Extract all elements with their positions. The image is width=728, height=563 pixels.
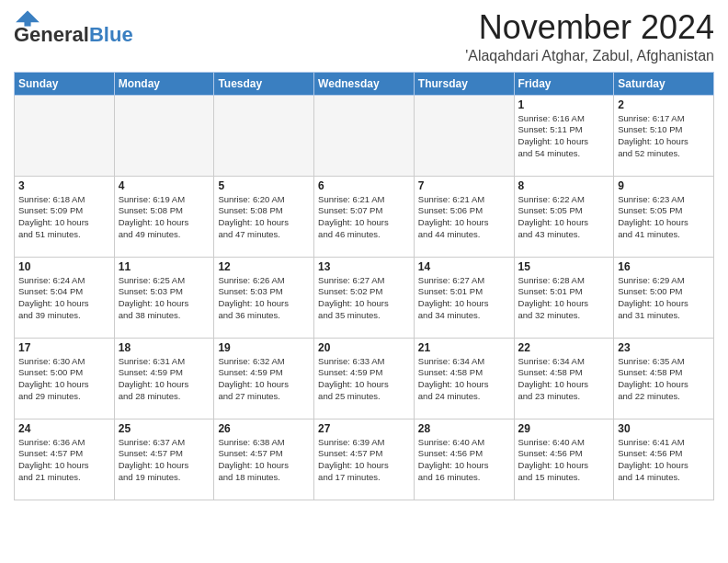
day-info: Sunrise: 6:26 AM Sunset: 5:03 PM Dayligh… [218,275,310,322]
calendar-day-cell: 6Sunrise: 6:21 AM Sunset: 5:07 PM Daylig… [314,176,415,257]
calendar-day-cell: 2Sunrise: 6:17 AM Sunset: 5:10 PM Daylig… [614,95,714,176]
day-number: 20 [318,341,410,354]
day-info: Sunrise: 6:36 AM Sunset: 4:57 PM Dayligh… [18,437,110,484]
calendar-day-cell: 19Sunrise: 6:32 AM Sunset: 4:59 PM Dayli… [214,338,314,419]
svg-marker-0 [16,10,40,22]
day-info: Sunrise: 6:25 AM Sunset: 5:03 PM Dayligh… [119,275,210,322]
calendar-day-cell: 25Sunrise: 6:37 AM Sunset: 4:57 PM Dayli… [114,419,214,500]
calendar-day-cell: 11Sunrise: 6:25 AM Sunset: 5:03 PM Dayli… [114,257,214,338]
calendar-day-cell [314,95,415,176]
day-info: Sunrise: 6:40 AM Sunset: 4:56 PM Dayligh… [418,437,510,484]
calendar-day-cell: 12Sunrise: 6:26 AM Sunset: 5:03 PM Dayli… [214,257,314,338]
day-info: Sunrise: 6:35 AM Sunset: 4:58 PM Dayligh… [618,356,710,403]
calendar-day-cell: 24Sunrise: 6:36 AM Sunset: 4:57 PM Dayli… [15,419,115,500]
calendar-day-cell: 27Sunrise: 6:39 AM Sunset: 4:57 PM Dayli… [314,419,415,500]
day-number: 27 [318,422,410,435]
day-info: Sunrise: 6:38 AM Sunset: 4:57 PM Dayligh… [218,437,310,484]
header: GeneralBlue November 2024 'Alaqahdari At… [14,9,714,64]
day-info: Sunrise: 6:31 AM Sunset: 4:59 PM Dayligh… [119,356,210,403]
calendar-header-row: SundayMondayTuesdayWednesdayThursdayFrid… [15,72,714,95]
day-info: Sunrise: 6:24 AM Sunset: 5:04 PM Dayligh… [18,275,110,322]
calendar-day-cell: 21Sunrise: 6:34 AM Sunset: 4:58 PM Dayli… [414,338,514,419]
calendar-week-row: 17Sunrise: 6:30 AM Sunset: 5:00 PM Dayli… [15,338,714,419]
day-info: Sunrise: 6:27 AM Sunset: 5:01 PM Dayligh… [418,275,510,322]
calendar-day-cell: 14Sunrise: 6:27 AM Sunset: 5:01 PM Dayli… [414,257,514,338]
calendar-day-cell: 8Sunrise: 6:22 AM Sunset: 5:05 PM Daylig… [514,176,614,257]
day-number: 19 [218,341,310,354]
day-number: 24 [18,422,110,435]
calendar-week-row: 10Sunrise: 6:24 AM Sunset: 5:04 PM Dayli… [15,257,714,338]
day-info: Sunrise: 6:33 AM Sunset: 4:59 PM Dayligh… [318,356,410,403]
calendar-day-cell: 5Sunrise: 6:20 AM Sunset: 5:08 PM Daylig… [214,176,314,257]
calendar-day-cell: 9Sunrise: 6:23 AM Sunset: 5:05 PM Daylig… [614,176,714,257]
day-number: 9 [618,179,710,192]
calendar-week-row: 3Sunrise: 6:18 AM Sunset: 5:09 PM Daylig… [15,176,714,257]
day-number: 16 [618,260,710,273]
logo: GeneralBlue [14,9,133,46]
calendar-day-cell [214,95,314,176]
day-info: Sunrise: 6:40 AM Sunset: 4:56 PM Dayligh… [518,437,610,484]
day-info: Sunrise: 6:21 AM Sunset: 5:06 PM Dayligh… [418,194,510,241]
day-info: Sunrise: 6:39 AM Sunset: 4:57 PM Dayligh… [318,437,410,484]
day-number: 14 [418,260,510,273]
day-info: Sunrise: 6:22 AM Sunset: 5:05 PM Dayligh… [518,194,610,241]
day-info: Sunrise: 6:21 AM Sunset: 5:07 PM Dayligh… [318,194,410,241]
day-info: Sunrise: 6:32 AM Sunset: 4:59 PM Dayligh… [218,356,310,403]
day-info: Sunrise: 6:20 AM Sunset: 5:08 PM Dayligh… [218,194,310,241]
logo-text: GeneralBlue [14,24,133,46]
calendar-day-header: Thursday [414,72,514,95]
calendar-day-cell [15,95,115,176]
day-number: 10 [18,260,110,273]
day-number: 8 [518,179,610,192]
day-number: 11 [119,260,210,273]
day-number: 17 [18,341,110,354]
day-number: 12 [218,260,310,273]
calendar-day-cell: 23Sunrise: 6:35 AM Sunset: 4:58 PM Dayli… [614,338,714,419]
day-number: 28 [418,422,510,435]
day-info: Sunrise: 6:34 AM Sunset: 4:58 PM Dayligh… [418,356,510,403]
calendar-day-cell: 18Sunrise: 6:31 AM Sunset: 4:59 PM Dayli… [114,338,214,419]
day-info: Sunrise: 6:23 AM Sunset: 5:05 PM Dayligh… [618,194,710,241]
day-info: Sunrise: 6:28 AM Sunset: 5:01 PM Dayligh… [518,275,610,322]
calendar-day-cell [414,95,514,176]
calendar-day-header: Tuesday [214,72,314,95]
day-info: Sunrise: 6:41 AM Sunset: 4:56 PM Dayligh… [618,437,710,484]
day-number: 3 [18,179,110,192]
calendar-day-cell: 20Sunrise: 6:33 AM Sunset: 4:59 PM Dayli… [314,338,415,419]
calendar-day-cell: 16Sunrise: 6:29 AM Sunset: 5:00 PM Dayli… [614,257,714,338]
day-info: Sunrise: 6:30 AM Sunset: 5:00 PM Dayligh… [18,356,110,403]
location: 'Alaqahdari Atghar, Zabul, Afghanistan [465,48,714,64]
calendar-day-header: Saturday [614,72,714,95]
day-info: Sunrise: 6:34 AM Sunset: 4:58 PM Dayligh… [518,356,610,403]
day-info: Sunrise: 6:29 AM Sunset: 5:00 PM Dayligh… [618,275,710,322]
day-number: 18 [119,341,210,354]
calendar-day-cell: 22Sunrise: 6:34 AM Sunset: 4:58 PM Dayli… [514,338,614,419]
day-number: 30 [618,422,710,435]
day-info: Sunrise: 6:17 AM Sunset: 5:10 PM Dayligh… [618,113,710,160]
day-number: 22 [518,341,610,354]
day-number: 4 [119,179,210,192]
calendar-day-cell: 28Sunrise: 6:40 AM Sunset: 4:56 PM Dayli… [414,419,514,500]
day-info: Sunrise: 6:19 AM Sunset: 5:08 PM Dayligh… [119,194,210,241]
day-number: 26 [218,422,310,435]
calendar-day-cell: 10Sunrise: 6:24 AM Sunset: 5:04 PM Dayli… [15,257,115,338]
calendar-day-cell: 3Sunrise: 6:18 AM Sunset: 5:09 PM Daylig… [15,176,115,257]
page: GeneralBlue November 2024 'Alaqahdari At… [0,0,728,510]
title-area: November 2024 'Alaqahdari Atghar, Zabul,… [465,9,714,64]
calendar-week-row: 1Sunrise: 6:16 AM Sunset: 5:11 PM Daylig… [15,95,714,176]
calendar-day-header: Wednesday [314,72,415,95]
day-number: 15 [518,260,610,273]
day-number: 23 [618,341,710,354]
calendar-day-cell: 1Sunrise: 6:16 AM Sunset: 5:11 PM Daylig… [514,95,614,176]
calendar-day-cell: 29Sunrise: 6:40 AM Sunset: 4:56 PM Dayli… [514,419,614,500]
day-number: 13 [318,260,410,273]
calendar-day-cell: 17Sunrise: 6:30 AM Sunset: 5:00 PM Dayli… [15,338,115,419]
day-number: 2 [618,98,710,111]
month-title: November 2024 [465,9,714,46]
calendar-day-cell: 13Sunrise: 6:27 AM Sunset: 5:02 PM Dayli… [314,257,415,338]
calendar-day-header: Friday [514,72,614,95]
calendar-day-cell: 15Sunrise: 6:28 AM Sunset: 5:01 PM Dayli… [514,257,614,338]
calendar-day-cell: 30Sunrise: 6:41 AM Sunset: 4:56 PM Dayli… [614,419,714,500]
day-number: 25 [119,422,210,435]
day-number: 1 [518,98,610,111]
